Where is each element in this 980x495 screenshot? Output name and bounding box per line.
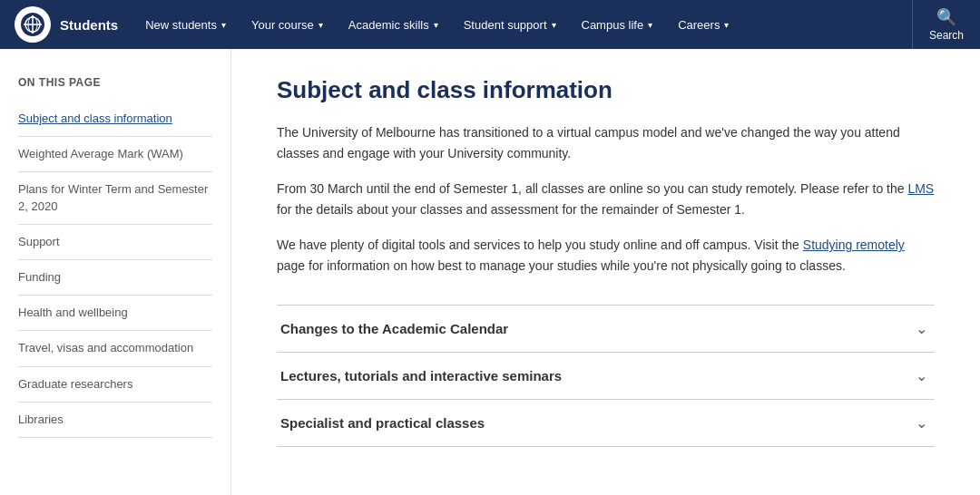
page-title: Subject and class information [277, 76, 935, 104]
accordion-item-3: Specialist and practical classes ⌄ [277, 400, 935, 447]
nav-item-campus-life[interactable]: Campus life ▾ [569, 0, 666, 49]
nav-item-careers[interactable]: Careers ▾ [665, 0, 741, 49]
page-layout: ON THIS PAGE Subject and class informati… [0, 49, 980, 495]
intro-paragraph-1: The University of Melbourne has transiti… [277, 122, 935, 164]
accordion-item-1: Changes to the Academic Calendar ⌄ [277, 306, 935, 353]
site-header: Students New students ▾ Your course ▾ Ac… [0, 0, 980, 49]
university-logo [15, 6, 51, 43]
chevron-down-icon: ▾ [318, 20, 323, 30]
sidebar-item-health[interactable]: Health and wellbeing [18, 296, 212, 331]
main-content: Subject and class information The Univer… [231, 49, 980, 495]
chevron-down-icon: ▾ [552, 20, 556, 30]
sidebar: ON THIS PAGE Subject and class informati… [0, 49, 231, 495]
accordion-title-2: Lectures, tutorials and interactive semi… [280, 368, 562, 383]
sidebar-nav: Subject and class information Weighted A… [18, 102, 212, 438]
accordion-item-2: Lectures, tutorials and interactive semi… [277, 353, 935, 400]
intro-paragraph-2: From 30 March until the end of Semester … [277, 179, 935, 220]
studying-remotely-link[interactable]: Studying remotely [803, 238, 905, 252]
nav-item-new-students[interactable]: New students ▾ [132, 0, 239, 49]
intro-paragraph-3: We have plenty of digital tools and serv… [277, 235, 935, 277]
chevron-down-icon: ▾ [221, 20, 226, 30]
chevron-down-icon: ⌄ [916, 367, 927, 384]
lms-link[interactable]: LMS [907, 181, 934, 196]
nav-item-student-support[interactable]: Student support ▾ [451, 0, 569, 49]
logo-icon [20, 12, 45, 37]
accordion-header-1[interactable]: Changes to the Academic Calendar ⌄ [277, 306, 935, 352]
chevron-down-icon: ▾ [724, 20, 729, 30]
sidebar-item-wam[interactable]: Weighted Average Mark (WAM) [18, 137, 212, 172]
accordion-header-2[interactable]: Lectures, tutorials and interactive semi… [277, 353, 935, 399]
search-button[interactable]: 🔍 Search [912, 0, 980, 49]
sidebar-item-travel[interactable]: Travel, visas and accommodation [18, 331, 212, 366]
on-this-page-label: ON THIS PAGE [18, 76, 212, 89]
search-icon: 🔍 [936, 7, 956, 27]
site-title: Students [60, 17, 118, 33]
chevron-down-icon: ⌄ [916, 414, 927, 432]
accordion-title-3: Specialist and practical classes [280, 415, 485, 431]
accordion: Changes to the Academic Calendar ⌄ Lectu… [277, 305, 935, 447]
nav-item-your-course[interactable]: Your course ▾ [239, 0, 336, 49]
chevron-down-icon: ⌄ [916, 320, 927, 337]
main-nav: New students ▾ Your course ▾ Academic sk… [132, 0, 912, 49]
sidebar-item-libraries[interactable]: Libraries [18, 403, 212, 438]
sidebar-item-support[interactable]: Support [18, 225, 212, 260]
logo-area[interactable]: Students [0, 0, 132, 49]
chevron-down-icon: ▾ [648, 20, 652, 30]
sidebar-item-graduate[interactable]: Graduate researchers [18, 367, 212, 403]
accordion-title-1: Changes to the Academic Calendar [280, 321, 508, 336]
nav-item-academic-skills[interactable]: Academic skills ▾ [336, 0, 451, 49]
sidebar-item-subject-class[interactable]: Subject and class information [18, 102, 212, 137]
sidebar-item-plans[interactable]: Plans for Winter Term and Semester 2, 20… [18, 172, 212, 224]
accordion-header-3[interactable]: Specialist and practical classes ⌄ [277, 400, 935, 446]
sidebar-item-funding[interactable]: Funding [18, 260, 212, 296]
chevron-down-icon: ▾ [434, 20, 438, 30]
